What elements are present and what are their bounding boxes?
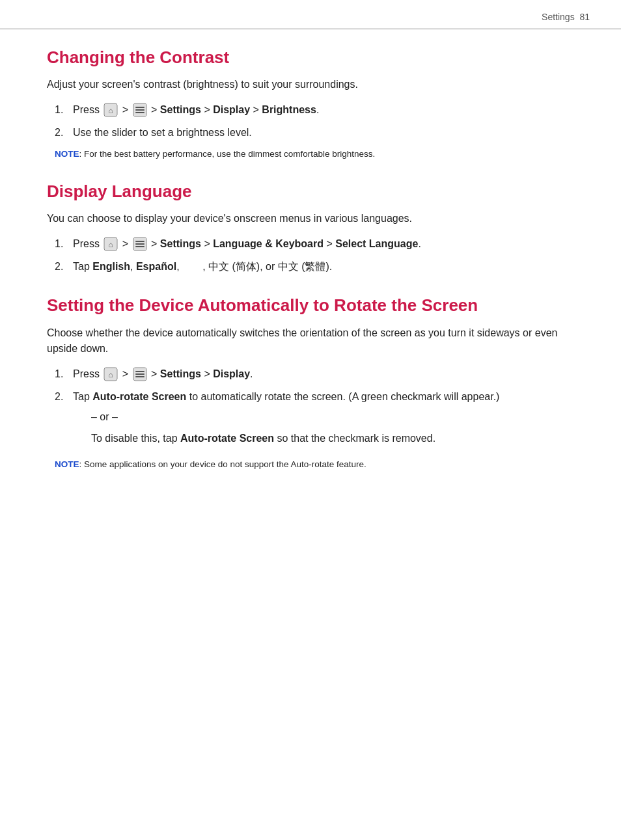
section-title-contrast: Changing the Contrast bbox=[47, 47, 574, 68]
page-info: Settings 81 bbox=[542, 12, 590, 22]
menu-icon bbox=[133, 367, 147, 381]
steps-language: 1. Press ⌂ > > Settings > Language & Key bbox=[55, 236, 574, 275]
section-desc-language: You can choose to display your device's … bbox=[47, 211, 574, 227]
or-line: – or – bbox=[91, 409, 574, 426]
note-label: NOTE bbox=[55, 149, 79, 159]
menu-icon bbox=[133, 237, 147, 251]
sub-step-disable: To disable this, tap Auto-rotate Screen … bbox=[91, 431, 574, 447]
step-contrast-2: 2. Use the slider to set a brightness le… bbox=[55, 125, 574, 141]
step-number: 2. bbox=[55, 125, 73, 141]
steps-autorotate: 1. Press ⌂ > > Settings > Display. bbox=[55, 366, 574, 452]
step-autorotate-2: 2. Tap Auto-rotate Screen to automatical… bbox=[55, 389, 574, 452]
steps-contrast: 1. Press ⌂ > > Settings > Display > Brig bbox=[55, 102, 574, 141]
step-number: 1. bbox=[55, 102, 73, 118]
menu-icon bbox=[133, 103, 147, 117]
step-number: 1. bbox=[55, 236, 73, 252]
note-autorotate: NOTE: Some applications on your device d… bbox=[55, 458, 574, 471]
svg-rect-10 bbox=[135, 243, 145, 245]
step-language-2: 2. Tap English, Español, , 中文 (简体), or 中… bbox=[55, 259, 574, 275]
step-number: 2. bbox=[55, 259, 73, 275]
svg-text:⌂: ⌂ bbox=[109, 370, 113, 379]
section-desc-autorotate: Choose whether the device automatically … bbox=[47, 325, 574, 358]
section-title-language: Display Language bbox=[47, 182, 574, 202]
note-label: NOTE bbox=[55, 459, 79, 469]
step-content: Tap Auto-rotate Screen to automatically … bbox=[73, 389, 574, 452]
home-icon: ⌂ bbox=[104, 237, 118, 251]
step-number: 2. bbox=[55, 389, 73, 405]
section-changing-contrast: Changing the Contrast Adjust your screen… bbox=[47, 47, 574, 161]
svg-rect-11 bbox=[135, 246, 145, 247]
step-content: Tap English, Español, , 中文 (简体), or 中文 (… bbox=[73, 259, 574, 275]
step-language-1: 1. Press ⌂ > > Settings > Language & Key bbox=[55, 236, 574, 252]
step-number: 1. bbox=[55, 366, 73, 383]
svg-rect-5 bbox=[135, 112, 145, 113]
svg-rect-17 bbox=[135, 376, 145, 377]
step-content: Press ⌂ > > Settings > Display > Brightn… bbox=[73, 102, 574, 118]
note-contrast: NOTE: For the best battery performance, … bbox=[55, 148, 574, 161]
step-autorotate-1: 1. Press ⌂ > > Settings > Display. bbox=[55, 366, 574, 383]
svg-text:⌂: ⌂ bbox=[109, 106, 113, 115]
section-auto-rotate: Setting the Device Automatically to Rota… bbox=[47, 295, 574, 471]
svg-rect-9 bbox=[135, 241, 145, 242]
step-content: Press ⌂ > > Settings > Display. bbox=[73, 366, 574, 383]
section-desc-contrast: Adjust your screen's contrast (brightnes… bbox=[47, 77, 574, 93]
main-content: Changing the Contrast Adjust your screen… bbox=[0, 29, 621, 519]
svg-rect-16 bbox=[135, 373, 145, 375]
page-header: Settings 81 bbox=[0, 0, 621, 29]
home-icon: ⌂ bbox=[104, 367, 118, 381]
svg-rect-4 bbox=[135, 109, 145, 111]
step-content: Use the slider to set a brightness level… bbox=[73, 125, 574, 141]
svg-text:⌂: ⌂ bbox=[109, 240, 113, 249]
step-content: Press ⌂ > > Settings > Language & Keyboa… bbox=[73, 236, 574, 252]
section-display-language: Display Language You can choose to displ… bbox=[47, 182, 574, 275]
section-title-autorotate: Setting the Device Automatically to Rota… bbox=[47, 295, 574, 316]
step-contrast-1: 1. Press ⌂ > > Settings > Display > Brig bbox=[55, 102, 574, 118]
home-icon: ⌂ bbox=[104, 103, 118, 117]
svg-rect-15 bbox=[135, 371, 145, 372]
svg-rect-3 bbox=[135, 107, 145, 108]
